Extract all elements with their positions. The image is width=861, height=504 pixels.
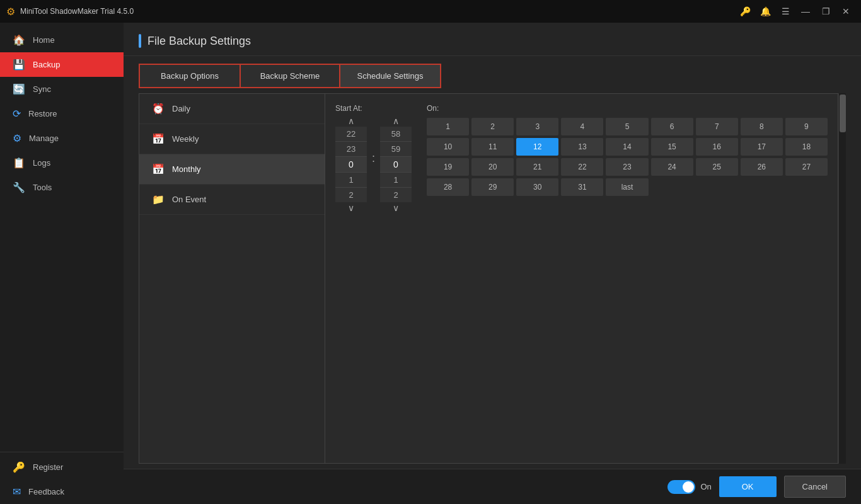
- tab-backup-options[interactable]: Backup Options: [139, 64, 240, 88]
- sidebar-bottom: 🔑 Register ✉ Feedback: [0, 452, 124, 504]
- minute-spinner: ∧ 58 59 0 1 2 ∨: [380, 115, 412, 214]
- tab-schedule-settings[interactable]: Schedule Settings: [340, 64, 441, 88]
- minute-down-button[interactable]: ∨: [388, 202, 404, 214]
- schedule-on-event[interactable]: 📁 On Event: [139, 185, 325, 215]
- sidebar-item-logs[interactable]: 📋 Logs: [0, 151, 124, 175]
- schedule-monthly[interactable]: 📅 Monthly: [139, 154, 325, 185]
- sidebar-spacer: [0, 200, 124, 452]
- cal-28[interactable]: 28: [427, 178, 469, 196]
- cal-13[interactable]: 13: [561, 138, 603, 156]
- cal-5[interactable]: 5: [606, 118, 648, 135]
- cal-16[interactable]: 16: [696, 138, 738, 156]
- minute-values: 58 59 0 1 2: [380, 127, 412, 202]
- cal-6[interactable]: 6: [651, 118, 693, 135]
- cal-1[interactable]: 1: [427, 118, 469, 135]
- sidebar-label-backup: Backup: [33, 60, 60, 69]
- minute-prev2: 59: [380, 142, 412, 157]
- titlebar-menu-icon[interactable]: ☰: [777, 3, 794, 20]
- restore-button[interactable]: ❐: [817, 3, 835, 20]
- cal-25[interactable]: 25: [696, 158, 738, 176]
- hour-prev2: 23: [335, 142, 367, 157]
- cal-last[interactable]: last: [606, 178, 648, 196]
- sidebar-label-home: Home: [33, 35, 55, 45]
- weekly-icon: 📅: [152, 133, 165, 145]
- tabs-row: Backup Options Backup Scheme Schedule Se…: [124, 56, 861, 88]
- ok-button[interactable]: OK: [719, 476, 777, 497]
- cal-20[interactable]: 20: [471, 158, 514, 176]
- cal-2[interactable]: 2: [471, 118, 514, 135]
- sidebar-item-restore[interactable]: ⟳ Restore: [0, 101, 124, 126]
- titlebar-title: MiniTool ShadowMaker Trial 4.5.0: [20, 7, 134, 16]
- cal-21[interactable]: 21: [516, 158, 558, 176]
- restore-icon: ⟳: [13, 108, 21, 120]
- cal-12[interactable]: 12: [516, 138, 558, 156]
- cal-7[interactable]: 7: [696, 118, 738, 135]
- minute-next2: 2: [380, 188, 412, 202]
- minute-current[interactable]: 0: [380, 157, 412, 173]
- sidebar-item-tools[interactable]: 🔧 Tools: [0, 175, 124, 200]
- schedule-on-event-label: On Event: [172, 195, 206, 204]
- cal-11[interactable]: 11: [471, 138, 514, 156]
- app-icon: ⚙: [6, 6, 15, 18]
- sidebar-item-feedback[interactable]: ✉ Feedback: [0, 479, 124, 504]
- minimize-button[interactable]: —: [797, 3, 814, 20]
- bottom-bar: On OK Cancel: [124, 469, 861, 504]
- header-accent-bar: [139, 34, 141, 48]
- schedule-daily[interactable]: ⏰ Daily: [139, 94, 325, 124]
- sidebar-item-register[interactable]: 🔑 Register: [0, 455, 124, 479]
- cancel-button[interactable]: Cancel: [784, 476, 846, 498]
- cal-9[interactable]: 9: [785, 118, 828, 135]
- sidebar-label-feedback: Feedback: [28, 487, 64, 496]
- cal-10[interactable]: 10: [427, 138, 469, 156]
- titlebar-key-icon[interactable]: 🔑: [736, 3, 754, 20]
- cal-22[interactable]: 22: [561, 158, 603, 176]
- register-icon: 🔑: [13, 461, 25, 473]
- tab-backup-scheme[interactable]: Backup Scheme: [240, 64, 340, 88]
- sidebar-label-manage: Manage: [29, 134, 59, 143]
- cal-30[interactable]: 30: [516, 178, 558, 196]
- hour-up-button[interactable]: ∧: [343, 115, 359, 127]
- cal-14[interactable]: 14: [606, 138, 648, 156]
- cal-8[interactable]: 8: [741, 118, 783, 135]
- schedule-weekly[interactable]: 📅 Weekly: [139, 124, 325, 154]
- hour-next1: 1: [335, 173, 367, 188]
- close-button[interactable]: ✕: [837, 3, 855, 20]
- titlebar-bell-icon[interactable]: 🔔: [756, 3, 774, 20]
- hour-next2: 2: [335, 188, 367, 202]
- sidebar-item-home[interactable]: 🏠 Home: [0, 28, 124, 52]
- on-off-toggle[interactable]: [667, 480, 695, 494]
- schedule-type-list: ⏰ Daily 📅 Weekly 📅 Monthly 📁 On Event: [139, 93, 325, 464]
- scrollbar-thumb[interactable]: [840, 94, 846, 132]
- sidebar-item-sync[interactable]: 🔄 Sync: [0, 77, 124, 101]
- cal-29[interactable]: 29: [471, 178, 514, 196]
- tools-icon: 🔧: [13, 181, 25, 193]
- cal-17[interactable]: 17: [741, 138, 783, 156]
- cal-15[interactable]: 15: [651, 138, 693, 156]
- sidebar-item-manage[interactable]: ⚙ Manage: [0, 126, 124, 151]
- cal-23[interactable]: 23: [606, 158, 648, 176]
- hour-spinner: ∧ 22 23 0 1 2 ∨: [335, 115, 367, 214]
- cal-3[interactable]: 3: [516, 118, 558, 135]
- start-at-label: Start At:: [335, 104, 412, 113]
- cal-18[interactable]: 18: [785, 138, 828, 156]
- sidebar: 🏠 Home 💾 Backup 🔄 Sync ⟳ Restore ⚙ Manag…: [0, 23, 124, 504]
- sync-icon: 🔄: [13, 83, 25, 95]
- title-bar: ⚙ MiniTool ShadowMaker Trial 4.5.0 🔑 🔔 ☰…: [0, 0, 861, 23]
- main-panel: File Backup Settings Backup Options Back…: [124, 23, 861, 504]
- toggle-group: On: [667, 480, 711, 494]
- calendar-grid: 1 2 3 4 5 6 7 8 9 10 11 12: [427, 118, 828, 196]
- cal-26[interactable]: 26: [741, 158, 783, 176]
- backup-icon: 💾: [13, 59, 25, 71]
- cal-24[interactable]: 24: [651, 158, 693, 176]
- hour-down-button[interactable]: ∨: [343, 202, 359, 214]
- time-picker: ∧ 22 23 0 1 2 ∨ :: [335, 115, 412, 214]
- minute-prev1: 58: [380, 127, 412, 142]
- scrollbar[interactable]: [838, 93, 846, 464]
- cal-27[interactable]: 27: [785, 158, 828, 176]
- minute-up-button[interactable]: ∧: [388, 115, 404, 127]
- cal-4[interactable]: 4: [561, 118, 603, 135]
- cal-19[interactable]: 19: [427, 158, 469, 176]
- hour-current[interactable]: 0: [335, 157, 367, 173]
- sidebar-item-backup[interactable]: 💾 Backup: [0, 52, 124, 77]
- cal-31[interactable]: 31: [561, 178, 603, 196]
